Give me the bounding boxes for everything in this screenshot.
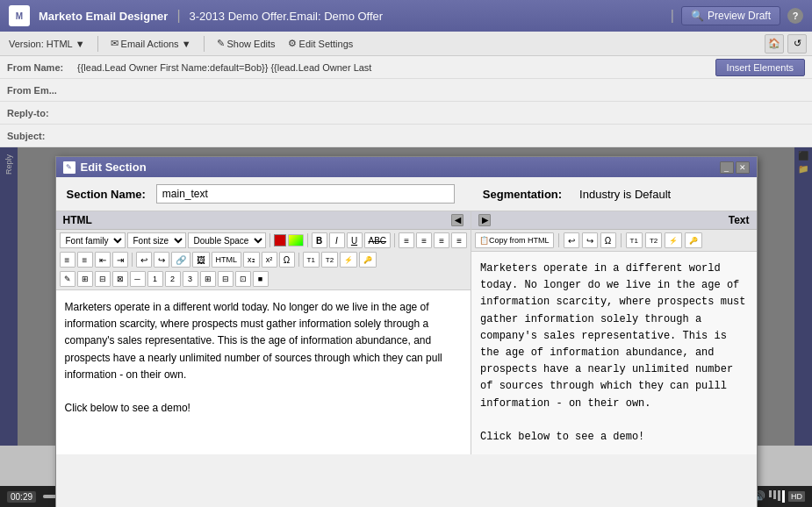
bold-button[interactable]: B: [312, 232, 327, 248]
outdent-button[interactable]: ⇤: [95, 252, 111, 268]
grid-btn1[interactable]: ⊞: [200, 271, 216, 287]
time-display: 00:29: [7, 491, 36, 503]
text-redo-button[interactable]: ↪: [582, 232, 598, 248]
line-spacing-select[interactable]: Double Space: [188, 232, 266, 248]
redo-button[interactable]: ↪: [154, 252, 169, 268]
token-btn1[interactable]: T1: [303, 252, 320, 268]
from-email-row: From Em...: [0, 79, 812, 102]
text-token-btn4[interactable]: 🔑: [685, 232, 702, 248]
titlebar-right: | 🔍 Preview Draft ?: [671, 6, 803, 25]
html-toolbar: Font family Font size Double Space: [56, 230, 471, 290]
modal-close-button[interactable]: ✕: [736, 161, 750, 174]
email-actions-button[interactable]: ✉ Email Actions ▼: [107, 36, 195, 51]
grid-btn3[interactable]: ⊡: [235, 271, 251, 287]
omega-button[interactable]: Ω: [279, 252, 295, 268]
modal-titlebar: ✎ Edit Section _ ✕: [56, 157, 757, 177]
image-button[interactable]: 🖼: [192, 252, 210, 268]
html-editor-content[interactable]: Marketers operate in a different world t…: [56, 290, 471, 454]
app-name: Marketo Email Designer: [39, 10, 168, 23]
text-toolbar-sep2: [621, 233, 622, 247]
font-family-select[interactable]: Font family: [60, 232, 126, 248]
toolbar-home-icon[interactable]: 🏠: [765, 34, 784, 54]
preview-icon: 🔍: [691, 10, 704, 22]
copy-from-html-button[interactable]: 📋 Copy from HTML: [475, 232, 554, 248]
reply-to-row: Reply-to:: [0, 102, 812, 125]
text-undo-button[interactable]: ↩: [564, 232, 579, 248]
text-omega-button[interactable]: Ω: [600, 232, 616, 248]
table-col-btn[interactable]: ⊟: [95, 271, 111, 287]
html-content-para1: Marketers operate in a different world t…: [65, 299, 463, 383]
modal-minimize-button[interactable]: _: [720, 161, 734, 174]
html-source-button[interactable]: HTML: [212, 252, 242, 268]
strikethrough-button[interactable]: ABC: [364, 232, 392, 248]
reply-to-input[interactable]: [77, 108, 805, 118]
ht-sep5: [298, 253, 299, 267]
doc-title: 3-2013 Demo Offer.Email: Demo Offer: [190, 10, 384, 23]
font-size-select[interactable]: Font size: [127, 232, 186, 248]
grid-btn2[interactable]: ⊟: [218, 271, 234, 287]
html-toolbar-row3: ✎ ⊞ ⊟ ⊠ ─ 1 2 3 ⊞ ⊟ ⊡ ■: [60, 271, 468, 287]
section-name-row: Section Name: Segmentation: Industry is …: [56, 177, 757, 211]
edit-btn1[interactable]: ✎: [60, 271, 75, 287]
text-token-btn3[interactable]: ⚡: [665, 232, 682, 248]
num1-btn[interactable]: 1: [147, 271, 163, 287]
modal-controls: _ ✕: [720, 161, 750, 174]
text-token-btn2[interactable]: T2: [645, 232, 662, 248]
help-icon[interactable]: ?: [787, 8, 803, 24]
subject-input[interactable]: [77, 131, 805, 141]
superscript-button[interactable]: x²: [262, 252, 277, 268]
indent-button[interactable]: ⇥: [112, 252, 128, 268]
italic-button[interactable]: I: [329, 232, 345, 248]
from-name-input[interactable]: [77, 62, 715, 73]
token-btn2[interactable]: T2: [321, 252, 338, 268]
edit-settings-button[interactable]: ⚙ Edit Settings: [284, 36, 357, 51]
copy-icon: 📋: [479, 236, 489, 245]
from-email-input[interactable]: [77, 85, 805, 96]
num2-btn[interactable]: 2: [165, 271, 181, 287]
align-right-button[interactable]: ≡: [434, 232, 449, 248]
special-btn[interactable]: ■: [253, 271, 269, 287]
text-panel-label: Text: [729, 214, 750, 226]
from-email-label: From Em...: [7, 85, 77, 96]
text-token-btn1[interactable]: T1: [626, 232, 643, 248]
section-name-input[interactable]: [156, 184, 455, 204]
align-center-button[interactable]: ≡: [416, 232, 432, 248]
version-selector[interactable]: Version: HTML ▼: [5, 37, 89, 51]
table-row-btn[interactable]: ⊠: [112, 271, 128, 287]
ht-sep4: [132, 253, 133, 267]
version-label: Version:: [9, 39, 44, 49]
html-panel-header: HTML ◀: [56, 211, 471, 230]
preview-draft-button[interactable]: 🔍 Preview Draft: [681, 6, 780, 25]
html-panel-collapse[interactable]: ◀: [451, 214, 463, 226]
subject-row: Subject:: [0, 125, 812, 147]
font-color-picker[interactable]: [274, 234, 286, 246]
divider-btn[interactable]: ─: [130, 271, 146, 287]
toolbar-sep2: [204, 36, 205, 52]
table-btn[interactable]: ⊞: [77, 271, 93, 287]
text-display-content[interactable]: Marketers operate in a different world t…: [471, 252, 756, 454]
highlight-color-btn[interactable]: [288, 234, 304, 246]
section-name-label: Section Name:: [67, 188, 146, 201]
num3-btn[interactable]: 3: [183, 271, 198, 287]
html-panel-label: HTML: [63, 214, 92, 226]
version-value: HTML: [47, 39, 73, 49]
text-panel-expand[interactable]: ▶: [478, 214, 491, 226]
subscript-button[interactable]: x₂: [243, 252, 260, 268]
app-logo: M: [9, 5, 30, 26]
token-btn4[interactable]: 🔑: [359, 252, 377, 268]
text-panel-header: ▶ Text: [471, 211, 756, 230]
html-toolbar-row1: Font family Font size Double Space: [60, 232, 468, 248]
align-left-button[interactable]: ≡: [399, 232, 414, 248]
align-justify-button[interactable]: ≡: [451, 232, 467, 248]
edit-settings-icon: ⚙: [288, 38, 297, 49]
ol-button[interactable]: ≡: [77, 252, 93, 268]
undo-button[interactable]: ↩: [136, 252, 152, 268]
ul-button[interactable]: ≡: [60, 252, 75, 268]
underline-button[interactable]: U: [347, 232, 363, 248]
link-button[interactable]: 🔗: [171, 252, 190, 268]
token-btn3[interactable]: ⚡: [340, 252, 357, 268]
show-edits-button[interactable]: ✎ Show Edits: [213, 36, 279, 51]
insert-elements-button[interactable]: Insert Elements: [715, 59, 805, 76]
toolbar-refresh-icon[interactable]: ↺: [787, 34, 807, 54]
html-toolbar-row2: ≡ ≡ ⇤ ⇥ ↩ ↪ 🔗 🖼 HTML x₂ x² Ω: [60, 252, 468, 268]
